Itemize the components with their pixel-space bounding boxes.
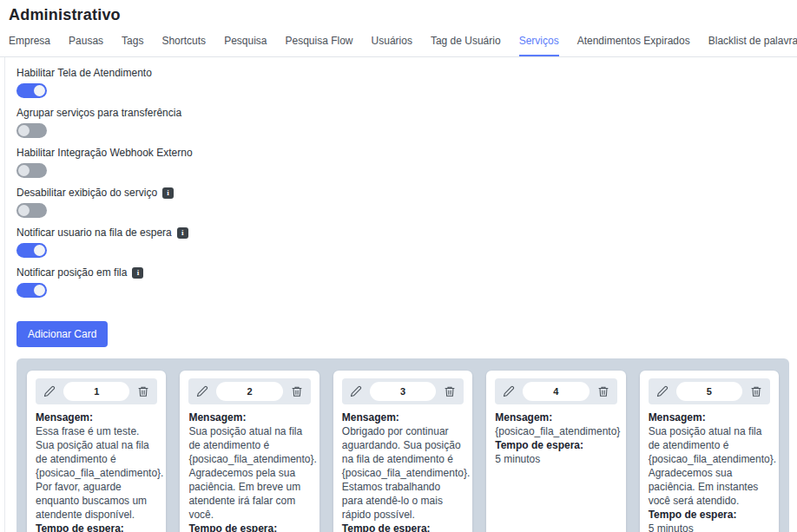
- toggle-label: Desabilitar exibição do serviço: [16, 187, 157, 199]
- pencil-icon[interactable]: [502, 384, 516, 398]
- message-label: Mensagem:: [188, 410, 310, 424]
- message-text: Sua posição atual na fila de atendimento…: [649, 424, 770, 508]
- wait-label: Tempo de espera:: [36, 522, 157, 532]
- trash-icon[interactable]: [443, 384, 457, 398]
- card-order-input[interactable]: 2: [216, 382, 282, 401]
- message-text: Obrigado por continuar aguardando. Sua p…: [342, 424, 464, 522]
- toggle-group-agrupar-servicos: Agrupar serviços para transferência: [16, 107, 789, 138]
- tab-tag-de-usuario[interactable]: Tag de Usuário: [431, 35, 501, 56]
- servicos-panel: Habilitar Tela de Atendimento Agrupar se…: [4, 57, 797, 532]
- tab-pesquisa[interactable]: Pesquisa: [224, 35, 267, 56]
- pencil-icon[interactable]: [655, 384, 669, 398]
- toggle-desabilitar-exibicao[interactable]: [16, 203, 47, 218]
- toggle-group-tela-atendimento: Habilitar Tela de Atendimento: [16, 67, 789, 98]
- card-3: 3 Mensagem: Obrigado por continuar aguar…: [333, 371, 472, 532]
- cards-container: 1 Mensagem: Essa frase é um teste. Sua p…: [16, 358, 789, 532]
- pencil-icon[interactable]: [349, 384, 363, 398]
- toggle-habilitar-tela-atendimento[interactable]: [16, 83, 47, 98]
- tab-blacklist-de-palavras[interactable]: Blacklist de palavras: [708, 35, 797, 56]
- message-text: Sua posição atual na fila de atendimento…: [188, 424, 310, 522]
- info-icon[interactable]: i: [177, 227, 188, 239]
- card-order-input[interactable]: 5: [676, 382, 742, 401]
- info-icon[interactable]: i: [132, 267, 143, 279]
- toggle-label: Habilitar Tela de Atendimento: [16, 67, 152, 79]
- toggle-knob: [18, 205, 30, 216]
- wait-value: 5 minutos: [649, 522, 770, 532]
- toggle-knob: [18, 165, 30, 176]
- wait-label: Tempo de espera:: [188, 522, 310, 532]
- message-text: Essa frase é um teste. Sua posição atual…: [36, 424, 157, 522]
- toggle-group-notificar-posicao: Notificar posição em fila i: [16, 266, 789, 298]
- toggle-group-notificar-fila-espera: Notificar usuario na fila de espera i: [16, 227, 789, 258]
- toggle-notificar-fila-espera[interactable]: [16, 243, 47, 258]
- card-order-input[interactable]: 3: [370, 382, 436, 401]
- card-order-input[interactable]: 4: [523, 382, 589, 401]
- tab-shortcuts[interactable]: Shortcuts: [161, 35, 206, 56]
- message-text: {posicao_fila_atendimento}: [495, 424, 616, 438]
- card-4: 4 Mensagem: {posicao_fila_atendimento} T…: [486, 371, 625, 532]
- tab-servicos[interactable]: Serviços: [519, 35, 559, 56]
- toggle-agrupar-servicos[interactable]: [16, 123, 47, 138]
- tab-atendimentos-expirados[interactable]: Atendimentos Expirados: [577, 35, 690, 56]
- toggle-label: Notificar usuario na fila de espera: [16, 227, 172, 239]
- trash-icon[interactable]: [749, 384, 763, 398]
- toggle-knob: [34, 245, 45, 256]
- toggle-knob: [34, 85, 45, 96]
- toggle-label: Habilitar Integração Webhook Externo: [16, 147, 193, 159]
- card-5: 5 Mensagem: Sua posição atual na fila de…: [640, 371, 779, 532]
- toggle-group-desabilitar-exibicao: Desabilitar exibição do serviço i: [16, 187, 789, 218]
- page-title: Administrativo: [0, 0, 797, 24]
- add-card-button[interactable]: Adicionar Card: [16, 321, 108, 347]
- message-label: Mensagem:: [495, 410, 616, 424]
- card-toolbar: 3: [342, 378, 464, 404]
- card-toolbar: 1: [36, 378, 157, 404]
- tab-pesquisa-flow[interactable]: Pesquisa Flow: [286, 35, 353, 56]
- wait-label: Tempo de espera:: [649, 508, 770, 522]
- card-toolbar: 2: [188, 378, 310, 404]
- card-2: 2 Mensagem: Sua posição atual na fila de…: [180, 371, 319, 532]
- card-order-input[interactable]: 1: [63, 382, 129, 401]
- wait-label: Tempo de espera:: [342, 522, 464, 532]
- message-label: Mensagem:: [36, 410, 157, 424]
- pencil-icon[interactable]: [43, 384, 56, 398]
- trash-icon[interactable]: [596, 384, 610, 398]
- card-toolbar: 5: [649, 378, 770, 404]
- trash-icon[interactable]: [290, 384, 304, 398]
- trash-icon[interactable]: [136, 384, 150, 398]
- toggle-label: Notificar posição em fila: [16, 266, 127, 279]
- tab-empresa[interactable]: Empresa: [9, 35, 50, 56]
- toggle-notificar-posicao[interactable]: [16, 283, 47, 298]
- card-1: 1 Mensagem: Essa frase é um teste. Sua p…: [27, 371, 166, 532]
- card-toolbar: 4: [495, 378, 616, 404]
- toggle-label: Agrupar serviços para transferência: [16, 107, 181, 119]
- info-icon[interactable]: i: [162, 187, 174, 199]
- toggle-group-webhook-externo: Habilitar Integração Webhook Externo: [16, 147, 789, 178]
- tab-usuarios[interactable]: Usuários: [372, 35, 412, 56]
- toggle-knob: [18, 125, 30, 136]
- pencil-icon[interactable]: [195, 384, 209, 398]
- message-label: Mensagem:: [342, 410, 464, 424]
- toggle-knob: [34, 285, 45, 296]
- message-label: Mensagem:: [649, 410, 770, 424]
- tab-tags[interactable]: Tags: [122, 35, 143, 56]
- wait-label: Tempo de espera:: [495, 438, 616, 452]
- tab-pausas[interactable]: Pausas: [69, 35, 103, 56]
- tab-bar: Empresa Pausas Tags Shortcuts Pesquisa P…: [0, 24, 797, 57]
- toggle-webhook-externo[interactable]: [16, 163, 47, 178]
- wait-value: 5 minutos: [495, 452, 616, 466]
